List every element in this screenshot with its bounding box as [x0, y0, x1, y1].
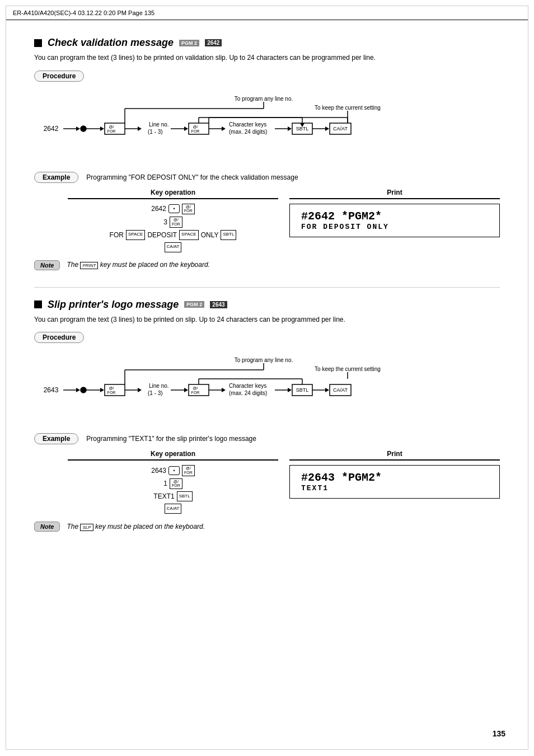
section1-procedure-label: Procedure: [43, 72, 76, 80]
section2-keyop-header: Key operation: [68, 450, 278, 461]
section2-title-row: Slip printer's logo message PGM 2 2643: [34, 299, 500, 311]
section1-kop-row2: 3 @/FOR: [163, 217, 182, 227]
svg-text:(1 - 3): (1 - 3): [148, 129, 163, 135]
section1-keyop-content: 2642 • @/FOR 3 @/FOR FOR SPACE DEPOSIT: [68, 204, 278, 252]
section2-desc: You can program the text (3 lines) to be…: [34, 315, 500, 325]
section1-example-label: Example: [34, 172, 78, 183]
page-number: 135: [493, 729, 505, 738]
section1-heading: Check validation message: [48, 37, 174, 49]
section1-key-caat1: CA/AT: [165, 242, 182, 252]
svg-text:@/: @/: [109, 125, 114, 129]
section1-print-header: Print: [289, 189, 500, 199]
section1-key-for2: @/FOR: [170, 217, 182, 227]
svg-text:2643: 2643: [44, 386, 59, 394]
section2-procedure-box: Procedure: [34, 332, 84, 343]
svg-text:Line no.: Line no.: [149, 121, 169, 128]
section1-keyop-col: Key operation 2642 • @/FOR 3 @/FOR: [68, 189, 278, 252]
svg-text:2642: 2642: [44, 125, 59, 133]
section2-procedure-label: Procedure: [43, 334, 76, 341]
section2-note-rest: key must be placed on the keyboard.: [95, 523, 205, 530]
svg-marker-9: [100, 126, 104, 131]
section2-kop-row4: CA/AT: [165, 504, 182, 514]
svg-marker-32: [288, 126, 292, 131]
section2-kop-row1: 2643 • @/FOR: [151, 465, 194, 476]
section2-key-1: 1: [163, 480, 167, 487]
section2-num-badge: 2643: [210, 301, 227, 308]
svg-text:FOR: FOR: [107, 391, 116, 395]
section1-num-badge: 2642: [205, 39, 222, 46]
section1-key-space1: SPACE: [126, 230, 146, 240]
section1-key-space2: SPACE: [179, 230, 199, 240]
svg-text:@/: @/: [193, 386, 198, 390]
section2-note-box: Note The SLP key must be placed on the k…: [34, 522, 500, 532]
section2-print-line1: #2643 *PGM2*: [301, 471, 488, 484]
section1-kop-row3: FOR SPACE DEPOSIT SPACE ONLY SBTL: [110, 230, 237, 240]
section1-print-line1: #2642 *PGM2*: [301, 210, 488, 223]
svg-marker-20: [184, 126, 188, 131]
page-border: ER-A410/A420(SEC)-4 03.12.22 0:20 PM Pag…: [6, 6, 528, 750]
section2-key-sbtl: SBTL: [177, 491, 193, 501]
svg-text:(max. 24 digits): (max. 24 digits): [229, 390, 267, 396]
svg-marker-6: [76, 126, 80, 131]
section2-print-col: Print #2643 *PGM2* TEXT1: [289, 450, 500, 514]
section2-kop-table: Key operation 2643 • @/FOR 1 @/FOR TEXT1…: [68, 450, 500, 514]
section2-note-text: The SLP key must be placed on the keyboa…: [67, 523, 205, 531]
svg-marker-25: [222, 126, 226, 131]
svg-text:Character keys: Character keys: [229, 121, 266, 128]
section1-note-key: PRINT: [80, 262, 98, 269]
section1-note-box: Note The PRINT key must be placed on the…: [34, 260, 500, 270]
section1-title-row: Check validation message PGM 2 2642: [34, 37, 500, 49]
svg-marker-53: [100, 388, 104, 392]
section2-key-caat: CA/AT: [165, 504, 182, 514]
svg-text:Line no.: Line no.: [149, 383, 169, 389]
section2-kop-row3: TEXT1 SBTL: [153, 491, 192, 501]
section2-example-label: Example: [34, 433, 78, 444]
section1-note-label: Note: [34, 260, 60, 270]
section1-key-deposit: DEPOSIT: [147, 231, 177, 239]
svg-marker-36: [325, 126, 329, 131]
svg-marker-58: [138, 388, 142, 392]
section-divider: [34, 287, 500, 288]
section1-keyop-header: Key operation: [68, 189, 278, 199]
section2-heading: Slip printer's logo message: [48, 299, 179, 311]
svg-point-7: [81, 126, 86, 132]
section1-print-col: Print #2642 *PGM2* FOR DEPOSIT ONLY: [289, 189, 500, 252]
section1-key-3: 3: [163, 218, 167, 226]
section2-note-key: SLP: [80, 524, 93, 531]
section2-print-box: #2643 *PGM2* TEXT1: [289, 465, 500, 499]
section1-print-line2: FOR DEPOSIT ONLY: [301, 223, 488, 231]
svg-marker-69: [222, 388, 226, 392]
section2-note-the: The: [67, 523, 78, 530]
svg-text:(max. 24 digits): (max. 24 digits): [229, 129, 267, 135]
section1-kop-row4: CA/AT: [165, 242, 182, 252]
svg-marker-50: [76, 388, 80, 392]
svg-text:(1 - 3): (1 - 3): [148, 390, 163, 396]
svg-text:To program any line no.: To program any line no.: [235, 357, 293, 363]
section2-keyop-col: Key operation 2643 • @/FOR 1 @/FOR TEXT1…: [68, 450, 278, 514]
section2-pgm-badge: PGM 2: [184, 301, 204, 308]
section2-note-label: Note: [34, 522, 60, 532]
section1-key-for-text: FOR: [110, 231, 124, 239]
svg-text:Character keys: Character keys: [229, 383, 266, 389]
svg-marker-77: [288, 388, 292, 392]
section2-key-dot1: •: [168, 466, 180, 475]
section1-kop-table: Key operation 2642 • @/FOR 3 @/FOR: [68, 189, 500, 252]
svg-marker-14: [138, 126, 142, 131]
section1-key-dot1: •: [168, 204, 180, 213]
section1-print-box: #2642 *PGM2* FOR DEPOSIT ONLY: [289, 204, 500, 237]
header-text: ER-A410/A420(SEC)-4 03.12.22 0:20 PM Pag…: [13, 10, 154, 16]
section1-note-text: The PRINT key must be placed on the keyb…: [67, 261, 210, 269]
svg-text:CA/AT: CA/AT: [333, 387, 348, 393]
section2-print-line2: TEXT1: [301, 484, 488, 492]
section1-kop-row1: 2642 • @/FOR: [151, 204, 194, 214]
section2-key-for1: @/FOR: [182, 465, 195, 476]
svg-text:To keep the current setting: To keep the current setting: [315, 366, 381, 372]
svg-text:SBTL: SBTL: [296, 387, 309, 393]
header-bar: ER-A410/A420(SEC)-4 03.12.22 0:20 PM Pag…: [6, 6, 528, 20]
svg-text:FOR: FOR: [191, 391, 200, 395]
section1-example-box: Example Programming "FOR DEPOSIT ONLY" f…: [34, 172, 500, 183]
svg-text:@/: @/: [109, 386, 114, 390]
svg-text:FOR: FOR: [107, 129, 116, 133]
svg-text:To program any line no.: To program any line no.: [235, 96, 293, 102]
section2-example-box: Example Programming "TEXT1" for the slip…: [34, 433, 500, 444]
